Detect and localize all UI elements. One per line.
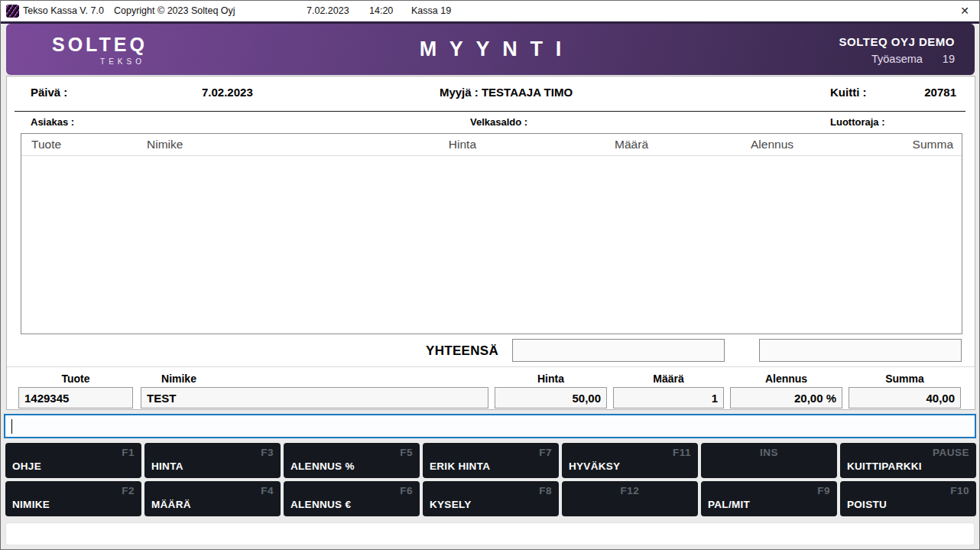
column-header-summa: Summa bbox=[831, 138, 953, 151]
app-icon bbox=[6, 5, 19, 18]
titlebar-date: 7.02.2023 bbox=[307, 5, 349, 16]
total-secondary-box bbox=[759, 339, 962, 362]
fkey-hotkey: F11 bbox=[673, 447, 691, 458]
fkey-erik-hinta[interactable]: ERIK HINTA F7 bbox=[423, 443, 559, 478]
titlebar-register: Kassa 19 bbox=[411, 5, 451, 16]
tuote-field[interactable] bbox=[18, 387, 133, 408]
fkey-hotkey: F12 bbox=[562, 485, 698, 496]
fkey-f12[interactable]: F12 bbox=[562, 481, 698, 516]
summa-field[interactable] bbox=[849, 387, 961, 408]
copyright-text: Copyright © 2023 Solteq Oyj bbox=[114, 5, 235, 16]
sale-panel: Päivä : 7.02.2023 Myyjä : TESTAAJA TIMO … bbox=[6, 76, 975, 410]
fkey-kuittiparkki[interactable]: KUITTIPARKKI PAUSE bbox=[840, 443, 976, 478]
titlebar-time: 14:20 bbox=[369, 5, 393, 16]
fkey-hotkey: F1 bbox=[122, 447, 135, 458]
header-right-block: SOLTEQ OYJ DEMO Työasema 19 bbox=[839, 35, 955, 65]
fkey-hotkey: PAUSE bbox=[933, 447, 969, 458]
command-input-wrap bbox=[4, 414, 976, 438]
total-label: YHTEENSÄ bbox=[426, 343, 498, 359]
maara-field[interactable] bbox=[613, 387, 724, 408]
fkey-ins[interactable]: INS bbox=[701, 443, 837, 478]
pos-window: Tekso Kassa V. 7.0 Copyright © 2023 Solt… bbox=[0, 0, 980, 550]
entry-label-alennus: Alennus bbox=[730, 373, 842, 385]
window-title: Tekso Kassa V. 7.0 bbox=[23, 5, 104, 16]
fkey-hotkey: F5 bbox=[400, 447, 413, 458]
fkey-label: HYVÄKSY bbox=[569, 461, 620, 472]
fkey-hotkey: F3 bbox=[261, 447, 274, 458]
fkey-label: NIMIKE bbox=[12, 499, 50, 510]
close-icon[interactable]: ✕ bbox=[956, 3, 973, 18]
fkey-label: ERIK HINTA bbox=[430, 461, 490, 472]
fkey-hotkey: F2 bbox=[122, 485, 135, 496]
column-header-tuote: Tuote bbox=[31, 138, 61, 151]
fkey-label: ALENNUS € bbox=[290, 499, 351, 510]
entry-label-nimike: Nimike bbox=[141, 373, 217, 385]
fkey-label: HINTA bbox=[151, 461, 183, 472]
fkey-label: POISTU bbox=[847, 499, 887, 510]
fkey-hotkey: F4 bbox=[261, 485, 274, 496]
fkey-pal-mit[interactable]: PAL/MIT F9 bbox=[701, 481, 837, 516]
fkey-label: OHJE bbox=[12, 461, 41, 472]
entry-label-maara: Määrä bbox=[613, 373, 724, 385]
entry-separator bbox=[7, 366, 975, 367]
app-header: SOLTEQ TEKSO MYYNTI SOLTEQ OYJ DEMO Työa… bbox=[6, 24, 975, 75]
column-header-nimike: Nimike bbox=[147, 138, 183, 151]
seller-label: Myyjä : bbox=[440, 86, 479, 99]
company-name: SOLTEQ OYJ DEMO bbox=[839, 35, 955, 48]
fkey-hotkey: F7 bbox=[539, 447, 552, 458]
fkey-label: KUITTIPARKKI bbox=[847, 461, 922, 472]
fkey-label: PAL/MIT bbox=[708, 499, 750, 510]
entry-label-tuote: Tuote bbox=[18, 373, 133, 385]
receipt-number: 20781 bbox=[924, 86, 956, 99]
fkey-hotkey: F9 bbox=[817, 485, 830, 496]
debt-balance-label: Velkasaldo : bbox=[470, 116, 527, 128]
titlebar: Tekso Kassa V. 7.0 Copyright © 2023 Solt… bbox=[1, 1, 979, 21]
credit-limit-label: Luottoraja : bbox=[830, 116, 885, 128]
receipt-label: Kuitti : bbox=[830, 86, 866, 99]
column-header-hinta: Hinta bbox=[358, 138, 476, 151]
nimike-field[interactable] bbox=[141, 387, 488, 408]
column-header-maara: Määrä bbox=[526, 138, 648, 151]
fkey-hinta[interactable]: HINTA F3 bbox=[144, 443, 281, 478]
seller-value: TESTAAJA TIMO bbox=[482, 86, 573, 99]
items-table-header: Tuote Nimike Hinta Määrä Alennus Summa bbox=[21, 134, 962, 156]
fkey-hotkey: F10 bbox=[950, 485, 969, 496]
info-separator bbox=[15, 111, 965, 112]
fkey-hotkey: F8 bbox=[539, 485, 552, 496]
page-title: MYYNTI bbox=[6, 37, 975, 61]
alennus-field[interactable] bbox=[730, 387, 842, 408]
workstation-label: Työasema bbox=[871, 53, 923, 65]
entry-label-hinta: Hinta bbox=[495, 373, 607, 385]
fkey-label: MÄÄRÄ bbox=[151, 499, 191, 510]
fkey-hyvaksy[interactable]: HYVÄKSY F11 bbox=[562, 443, 698, 478]
status-bar bbox=[5, 522, 975, 545]
fkey-ohje[interactable]: OHJE F1 bbox=[5, 443, 141, 478]
column-header-alennus: Alennus bbox=[690, 138, 793, 151]
hinta-field[interactable] bbox=[495, 387, 607, 408]
customer-label: Asiakas : bbox=[31, 116, 74, 128]
fkey-label: KYSELY bbox=[430, 499, 472, 510]
fkey-alennus-eur[interactable]: ALENNUS € F6 bbox=[284, 481, 420, 516]
fkey-alennus-pct[interactable]: ALENNUS % F5 bbox=[284, 443, 420, 478]
fkey-hotkey: INS bbox=[701, 447, 837, 458]
fkey-nimike[interactable]: NIMIKE F2 bbox=[5, 481, 141, 516]
items-table: Tuote Nimike Hinta Määrä Alennus Summa bbox=[21, 133, 962, 334]
fkey-label: ALENNUS % bbox=[290, 461, 355, 472]
fkey-kysely[interactable]: KYSELY F8 bbox=[423, 481, 559, 516]
function-key-grid: OHJE F1 HINTA F3 ALENNUS % F5 ERIK HINTA… bbox=[5, 443, 976, 516]
fkey-poistu[interactable]: POISTU F10 bbox=[840, 481, 976, 516]
command-input[interactable] bbox=[5, 415, 975, 437]
workstation-value: 19 bbox=[943, 53, 955, 65]
fkey-maara[interactable]: MÄÄRÄ F4 bbox=[144, 481, 281, 516]
workstation-row: Työasema 19 bbox=[839, 53, 955, 65]
entry-label-summa: Summa bbox=[849, 373, 961, 385]
total-amount-box bbox=[512, 339, 725, 362]
fkey-hotkey: F6 bbox=[400, 485, 413, 496]
